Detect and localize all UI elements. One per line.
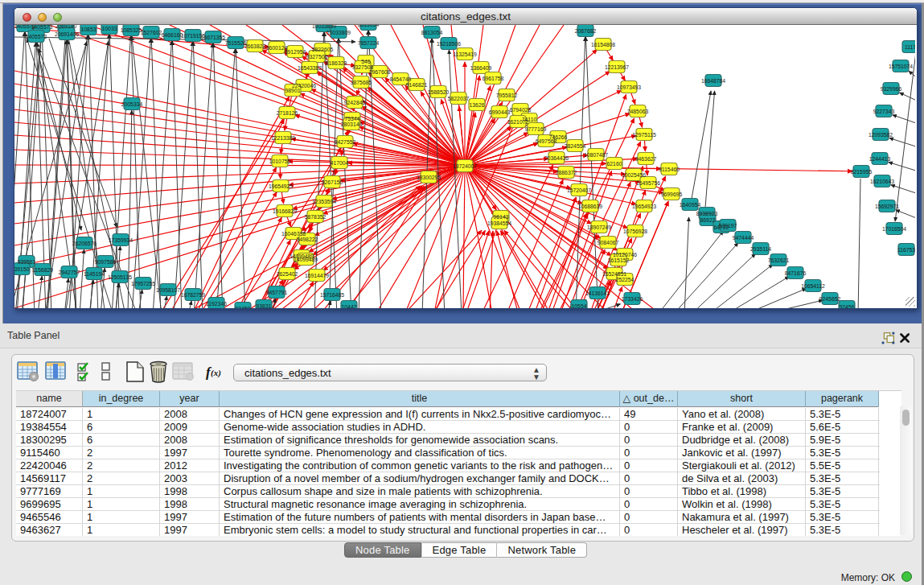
svg-text:86922: 86922 <box>700 217 716 223</box>
svg-text:10958107: 10958107 <box>156 287 180 293</box>
svg-text:5498222: 5498222 <box>297 237 318 242</box>
svg-text:546: 546 <box>361 59 371 64</box>
svg-text:98901: 98901 <box>285 88 301 93</box>
svg-text:9457791: 9457791 <box>266 290 288 295</box>
svg-text:15720407: 15720407 <box>567 187 591 193</box>
svg-text:16495756: 16495756 <box>636 180 660 186</box>
svg-text:7955812: 7955812 <box>496 93 518 98</box>
svg-text:17016504: 17016504 <box>882 226 906 232</box>
svg-text:2935114: 2935114 <box>750 246 771 252</box>
svg-text:5878352: 5878352 <box>305 214 326 220</box>
svg-text:5822605: 5822605 <box>312 47 334 52</box>
svg-text:1615152: 1615152 <box>608 257 630 263</box>
svg-text:14136141: 14136141 <box>585 290 610 296</box>
svg-text:9699695: 9699695 <box>661 192 683 197</box>
svg-text:16210643: 16210643 <box>870 179 894 184</box>
svg-text:16543382: 16543382 <box>298 65 322 71</box>
svg-text:16914479: 16914479 <box>305 273 329 278</box>
svg-text:19218506: 19218506 <box>437 41 461 47</box>
svg-text:3875685: 3875685 <box>351 80 372 85</box>
svg-text:9474444: 9474444 <box>733 235 754 241</box>
svg-text:9463627: 9463627 <box>635 156 657 162</box>
svg-text:7485063: 7485063 <box>627 109 649 114</box>
svg-text:9777169: 9777169 <box>525 126 547 132</box>
svg-text:1733426: 1733426 <box>622 296 643 302</box>
svg-text:16524851: 16524851 <box>602 271 626 277</box>
svg-text:8938923: 8938923 <box>696 211 718 216</box>
svg-text:12353594: 12353594 <box>312 199 336 204</box>
svg-text:7663822: 7663822 <box>244 43 266 49</box>
svg-text:1117: 1117 <box>905 44 915 50</box>
svg-text:1192346: 1192346 <box>206 301 227 307</box>
svg-text:252254: 252254 <box>616 277 634 282</box>
svg-text:10442: 10442 <box>342 304 357 309</box>
svg-text:10807487: 10807487 <box>584 152 608 158</box>
svg-text:8912954: 8912954 <box>285 49 306 55</box>
svg-text:10756928: 10756928 <box>623 229 647 234</box>
svg-text:6497568: 6497568 <box>536 138 557 144</box>
svg-text:16046738: 16046738 <box>281 231 306 237</box>
svg-text:10033809: 10033809 <box>326 30 351 35</box>
svg-text:2087682: 2087682 <box>575 28 597 34</box>
svg-text:3824554: 3824554 <box>565 143 586 149</box>
svg-text:1244413: 1244413 <box>869 156 891 162</box>
svg-text:14099489: 14099489 <box>294 257 318 262</box>
svg-text:16782759: 16782759 <box>181 292 205 298</box>
svg-text:5822037: 5822037 <box>448 96 470 101</box>
svg-text:20364436: 20364436 <box>544 155 569 161</box>
svg-text:6466160: 6466160 <box>162 32 183 38</box>
svg-text:17359934: 17359934 <box>109 237 133 243</box>
svg-text:1527602: 1527602 <box>141 30 162 35</box>
svg-text:9084067: 9084067 <box>598 240 619 245</box>
svg-text:8454749: 8454749 <box>390 76 412 82</box>
svg-text:7857224: 7857224 <box>358 40 380 46</box>
svg-text:17957255: 17957255 <box>131 281 155 286</box>
svg-text:9097586: 9097586 <box>95 259 117 265</box>
svg-text:9227343: 9227343 <box>873 109 895 114</box>
svg-text:12975115: 12975115 <box>632 132 656 138</box>
svg-text:1010755: 1010755 <box>269 159 291 164</box>
svg-text:8186328: 8186328 <box>326 60 347 66</box>
svg-text:19654925: 19654925 <box>269 183 293 189</box>
svg-text:8813054: 8813054 <box>421 30 443 35</box>
svg-text:92456: 92456 <box>840 304 855 309</box>
svg-text:13626: 13626 <box>470 102 485 108</box>
svg-text:18300295: 18300295 <box>417 175 441 180</box>
svg-text:16154808: 16154808 <box>591 42 615 47</box>
svg-text:75344: 75344 <box>345 116 360 122</box>
svg-text:6990443: 6990443 <box>489 109 511 115</box>
svg-text:12505135: 12505135 <box>108 274 132 280</box>
svg-text:8471676: 8471676 <box>785 270 807 276</box>
svg-text:8267150: 8267150 <box>322 179 343 185</box>
svg-text:116753: 116753 <box>897 247 915 253</box>
svg-text:26206576: 26206576 <box>72 241 97 246</box>
svg-text:1145194: 1145194 <box>84 271 105 277</box>
svg-text:19166829: 19166829 <box>273 208 297 214</box>
svg-text:12093582: 12093582 <box>869 132 893 138</box>
svg-text:10120746: 10120746 <box>613 252 637 257</box>
svg-text:2803144: 2803144 <box>341 122 363 127</box>
svg-text:16648784: 16648784 <box>701 78 725 84</box>
svg-text:9146821: 9146821 <box>406 82 428 88</box>
svg-text:7625402: 7625402 <box>277 271 298 277</box>
svg-text:19654923: 19654923 <box>632 204 656 209</box>
svg-text:12213389: 12213389 <box>271 135 295 141</box>
svg-text:1156829: 1156829 <box>32 267 53 273</box>
svg-text:7632621: 7632621 <box>768 257 790 263</box>
svg-text:939561: 939561 <box>18 259 36 265</box>
svg-text:9245652: 9245652 <box>819 296 841 302</box>
svg-text:9327506: 9327506 <box>306 54 328 60</box>
svg-text:1366409: 1366409 <box>470 65 492 71</box>
svg-text:11325419: 11325419 <box>453 51 477 57</box>
svg-text:93831: 93831 <box>257 303 272 309</box>
svg-text:15751074: 15751074 <box>889 64 913 69</box>
svg-text:9115460: 9115460 <box>659 167 680 172</box>
svg-text:417004: 417004 <box>331 160 349 166</box>
svg-text:1405572: 1405572 <box>26 34 47 39</box>
svg-text:7886372: 7886372 <box>556 170 577 175</box>
svg-text:12213967: 12213967 <box>605 64 629 70</box>
svg-text:18724007: 18724007 <box>453 163 477 169</box>
svg-text:19384554: 19384554 <box>487 220 511 226</box>
svg-text:10973493: 10973493 <box>617 84 641 90</box>
svg-text:1640954: 1640954 <box>680 202 701 208</box>
